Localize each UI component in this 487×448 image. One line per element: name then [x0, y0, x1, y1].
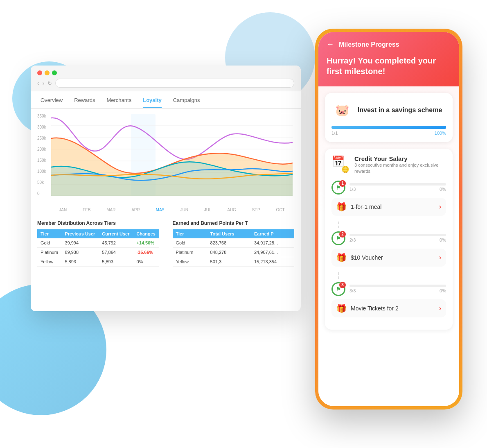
- table1-title: Member Distribution Across Tiers: [37, 220, 159, 226]
- table-block-earned: Earned and Burned Points Per T Tier Tota…: [166, 215, 301, 272]
- step-connector-1: [338, 222, 339, 228]
- step-2: ⚑ 2 2/3 0%: [331, 231, 446, 267]
- phone-title: Milestone Progress: [339, 41, 399, 48]
- step-1-labels: 1/3 0%: [349, 187, 446, 192]
- tab-merchants[interactable]: Merchants: [106, 97, 131, 108]
- col-tier2: Tier: [173, 229, 207, 238]
- phone-container: ← Milestone Progress Hurray! You complet…: [315, 29, 462, 422]
- table-row: Platinum 848,278 24,907,61...: [173, 248, 295, 257]
- coin-icon: 🪙: [341, 165, 349, 173]
- tab-loyalty[interactable]: Loyalty: [143, 97, 162, 108]
- step-2-row: ⚑ 2 2/3 0%: [331, 231, 446, 245]
- reward-label-1: 1-for-1 meal: [351, 204, 381, 210]
- step-2-number: 2: [339, 231, 346, 238]
- step-3-progress-bg: [349, 285, 446, 287]
- savings-progress-bg: [331, 126, 446, 129]
- table2-title: Earned and Burned Points Per T: [173, 220, 295, 226]
- forward-arrow[interactable]: ›: [43, 80, 45, 86]
- table-row: Gold 823,768 34,917,28...: [173, 238, 295, 248]
- chart-area: 350k 300k 250k 200k 150k 100k 50k 0: [31, 109, 301, 215]
- credit-text: Credit Your Salary 3 consecutive months …: [354, 155, 446, 175]
- chart-svg: [51, 114, 293, 196]
- credit-salary-card: 📅 🪙 Credit Your Salary 3 consecutive mon…: [325, 149, 453, 330]
- savings-progress-fill: [331, 126, 446, 129]
- step-1-number: 1: [339, 180, 346, 187]
- back-arrow[interactable]: ‹: [37, 80, 39, 86]
- milestone-card-savings-title: Invest in a savings scheme: [358, 106, 442, 114]
- step-3-row: ⚑ 3 3/3 0%: [331, 282, 446, 296]
- refresh-icon[interactable]: ↻: [47, 80, 52, 86]
- gift-icon-3: 🎁: [336, 303, 347, 313]
- step-1-row: ⚑ 1 1/3 0%: [331, 181, 446, 195]
- reward-item-1[interactable]: 🎁 1-for-1 meal ›: [331, 198, 446, 216]
- reward-item-3[interactable]: 🎁 Movie Tickets for 2 ›: [331, 299, 446, 317]
- piggy-bank-icon: 🐷: [331, 100, 353, 121]
- phone-header: ← Milestone Progress Hurray! You complet…: [318, 32, 459, 86]
- step-3-number: 3: [339, 282, 346, 288]
- tab-rewards[interactable]: Rewards: [74, 97, 95, 108]
- step-1-pct: 0%: [440, 187, 446, 192]
- step-1: ⚑ 1 1/3 0%: [331, 181, 446, 216]
- earned-table: Tier Total Users Earned P Gold 823,768 3…: [173, 229, 295, 267]
- tables-section: Member Distribution Across Tiers Tier Pr…: [31, 215, 301, 272]
- phone-inner: ← Milestone Progress Hurray! You complet…: [318, 32, 459, 406]
- col-tier: Tier: [37, 229, 61, 238]
- step-1-badge: ⚑ 1: [331, 181, 345, 195]
- credit-title: Credit Your Salary: [354, 155, 446, 162]
- reward-item-2[interactable]: 🎁 $10 Voucher ›: [331, 249, 446, 267]
- step-2-labels: 2/3 0%: [349, 238, 446, 242]
- analytics-tabs: Overview Rewards Merchants Loyalty Campa…: [31, 91, 301, 109]
- table-row: Platinum 89,938 57,864 -35.66%: [37, 248, 159, 257]
- tab-overview[interactable]: Overview: [41, 97, 63, 108]
- col-curr-user: Current User: [99, 229, 133, 238]
- step-1-progress: 1/3 0%: [349, 183, 446, 192]
- savings-progress-current: 1/1: [331, 131, 338, 136]
- col-changes: Changes: [133, 229, 159, 238]
- credit-header: 📅 🪙 Credit Your Salary 3 consecutive mon…: [331, 155, 446, 175]
- step-connector-2: [338, 272, 339, 279]
- table-row: Gold 39,994 45,792 +14.50%: [37, 238, 159, 248]
- step-2-progress-bg: [349, 234, 446, 236]
- savings-progress-labels: 1/1 100%: [331, 131, 446, 136]
- step-3-current: 3/3: [349, 288, 356, 293]
- milestone-card-savings: 🐷 Invest in a savings scheme 1/1 100%: [325, 93, 453, 142]
- step-2-badge: ⚑ 2: [331, 231, 345, 245]
- reward-left-1: 🎁 1-for-1 meal: [336, 202, 381, 212]
- browser-chrome: ‹ › ↻: [31, 66, 301, 91]
- table-row: Yellow 501,3 15,213,354: [173, 257, 295, 267]
- step-2-progress: 2/3 0%: [349, 234, 446, 242]
- step-2-current: 2/3: [349, 238, 356, 242]
- chart-x-labels: JAN FEB MAR APR MAY JUN JUL AUG SEP OCT: [51, 208, 293, 212]
- col-prev-user: Previous User: [61, 229, 99, 238]
- back-button[interactable]: ←: [327, 40, 334, 49]
- reward-arrow-2[interactable]: ›: [439, 254, 441, 261]
- table-block-distribution: Member Distribution Across Tiers Tier Pr…: [31, 215, 166, 272]
- gift-icon-1: 🎁: [336, 202, 347, 212]
- step-3-labels: 3/3 0%: [349, 288, 446, 293]
- browser-dots: [37, 70, 294, 75]
- url-bar[interactable]: [55, 79, 294, 88]
- step-3-progress: 3/3 0%: [349, 285, 446, 293]
- step-3-badge: ⚑ 3: [331, 282, 345, 296]
- phone-outer: ← Milestone Progress Hurray! You complet…: [315, 29, 462, 410]
- step-3: ⚑ 3 3/3 0%: [331, 282, 446, 317]
- dot-yellow[interactable]: [45, 70, 50, 75]
- reward-label-2: $10 Voucher: [351, 254, 383, 261]
- dot-red[interactable]: [37, 70, 42, 75]
- reward-label-3: Movie Tickets for 2: [351, 305, 399, 312]
- phone-body: 🐷 Invest in a savings scheme 1/1 100%: [318, 86, 459, 406]
- table-row: Yellow 5,893 5,893 0%: [37, 257, 159, 267]
- step-2-pct: 0%: [440, 238, 446, 242]
- tab-campaigns[interactable]: Campaigns: [173, 97, 200, 108]
- milestone-card-savings-header: 🐷 Invest in a savings scheme: [331, 100, 446, 121]
- savings-progress: [331, 126, 446, 129]
- reward-left-2: 🎁 $10 Voucher: [336, 253, 383, 262]
- browser-window: ‹ › ↻ Overview Rewards Merchants Loyalty…: [31, 66, 301, 311]
- col-total-users: Total Users: [207, 229, 251, 238]
- credit-icons: 📅 🪙: [331, 155, 349, 173]
- reward-arrow-3[interactable]: ›: [439, 305, 441, 312]
- col-earned: Earned P: [251, 229, 294, 238]
- savings-title: Invest in a savings scheme: [358, 106, 442, 114]
- reward-arrow-1[interactable]: ›: [439, 203, 441, 210]
- dot-green[interactable]: [52, 70, 57, 75]
